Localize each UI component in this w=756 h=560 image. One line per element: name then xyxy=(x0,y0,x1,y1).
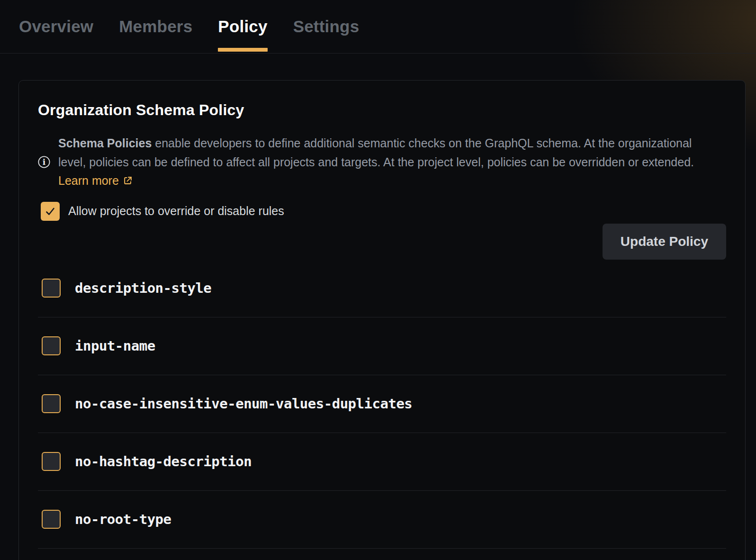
tab-overview[interactable]: Overview xyxy=(19,0,93,53)
tab-settings-label: Settings xyxy=(293,17,360,36)
rule-name: no-hashtag-description xyxy=(75,453,252,470)
external-link-icon xyxy=(123,175,133,186)
rule-checkbox-no-root-type[interactable] xyxy=(42,510,61,529)
tab-settings[interactable]: Settings xyxy=(293,0,360,53)
tab-policy[interactable]: Policy xyxy=(218,0,267,53)
allow-override-label[interactable]: Allow projects to override or disable ru… xyxy=(68,204,284,218)
rule-row-no-hashtag-description: no-hashtag-description xyxy=(38,433,726,491)
update-policy-button[interactable]: Update Policy xyxy=(603,224,726,260)
policy-description-lead: Schema Policies xyxy=(58,136,152,150)
allow-override-row: Allow projects to override or disable ru… xyxy=(38,202,726,221)
rule-name: input-name xyxy=(75,338,155,354)
check-icon xyxy=(44,205,56,217)
rule-checkbox-input-name[interactable] xyxy=(42,336,61,355)
rule-name: no-root-type xyxy=(75,511,171,527)
policy-description-body: enable developers to define additional s… xyxy=(58,136,694,169)
tab-members[interactable]: Members xyxy=(119,0,192,53)
rule-row-no-root-type: no-root-type xyxy=(38,491,726,549)
schema-policy-card: Organization Schema Policy i Schema Poli… xyxy=(18,80,746,560)
rule-checkbox-description-style[interactable] xyxy=(42,279,61,298)
rule-row-description-style: description-style xyxy=(38,260,726,317)
rule-checkbox-no-case-insensitive-enum-values-duplicates[interactable] xyxy=(42,394,61,413)
rule-name: no-case-insensitive-enum-values-duplicat… xyxy=(75,396,412,412)
svg-text:i: i xyxy=(43,157,46,167)
policy-info-callout: i Schema Policies enable developers to d… xyxy=(38,134,726,190)
learn-more-link[interactable]: Learn more xyxy=(58,174,133,187)
rules-list: description-style input-name no-case-ins… xyxy=(38,260,726,549)
rule-checkbox-no-hashtag-description[interactable] xyxy=(42,452,61,471)
rule-row-input-name: input-name xyxy=(38,317,726,375)
tab-members-label: Members xyxy=(119,17,192,36)
allow-override-checkbox[interactable] xyxy=(41,202,60,221)
page-title: Organization Schema Policy xyxy=(38,101,726,119)
tab-policy-label: Policy xyxy=(218,17,267,36)
tab-overview-label: Overview xyxy=(19,17,93,36)
info-icon: i xyxy=(38,156,50,168)
learn-more-label: Learn more xyxy=(58,174,119,187)
top-navigation: Overview Members Policy Settings xyxy=(0,0,756,54)
actions-row: Update Policy xyxy=(38,224,726,260)
rule-name: description-style xyxy=(75,280,211,296)
policy-description: Schema Policies enable developers to def… xyxy=(58,134,713,190)
rule-row-no-case-insensitive-enum-values-duplicates: no-case-insensitive-enum-values-duplicat… xyxy=(38,375,726,433)
